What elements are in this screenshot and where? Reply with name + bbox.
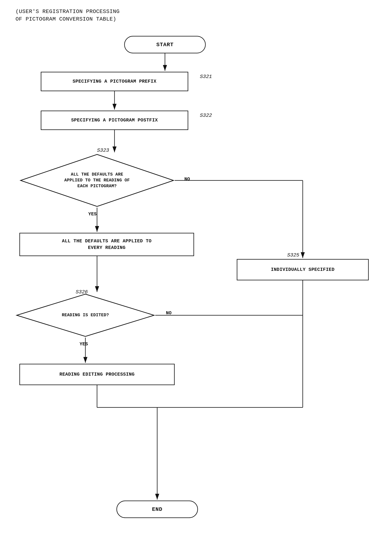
s322-node: SPECIFYING A PICTOGRAM POSTFIX (41, 111, 188, 130)
step-s322-label: S322 (200, 112, 212, 118)
end-node: END (116, 501, 198, 518)
flowchart-diagram: (USER'S REGISTRATION PROCESSING OF PICTO… (0, 0, 392, 551)
s327-node: READING EDITING PROCESSING (19, 364, 175, 385)
s326-yes-label: YES (80, 342, 88, 347)
start-node: START (124, 36, 206, 53)
s323-no-label: NO (184, 177, 190, 182)
step-s325-label: S325 (287, 252, 299, 258)
s325-node: INDIVIDUALLY SPECIFIED (237, 259, 369, 280)
step-s321-label: S321 (200, 74, 212, 80)
s321-node: SPECIFYING A PICTOGRAM PREFIX (41, 72, 188, 91)
s324-node: ALL THE DEFAULTS ARE APPLIED TO EVERY RE… (19, 233, 194, 256)
diagram-title: (USER'S REGISTRATION PROCESSING OF PICTO… (15, 8, 119, 23)
s323-node: ALL THE DEFAULTS ARE APPLIED TO THE READ… (19, 153, 175, 208)
s323-yes-label: YES (88, 211, 97, 217)
s326-no-label: NO (166, 310, 172, 316)
step-s323-label: S323 (97, 147, 109, 153)
s326-node: READING IS EDITED? (15, 293, 155, 338)
